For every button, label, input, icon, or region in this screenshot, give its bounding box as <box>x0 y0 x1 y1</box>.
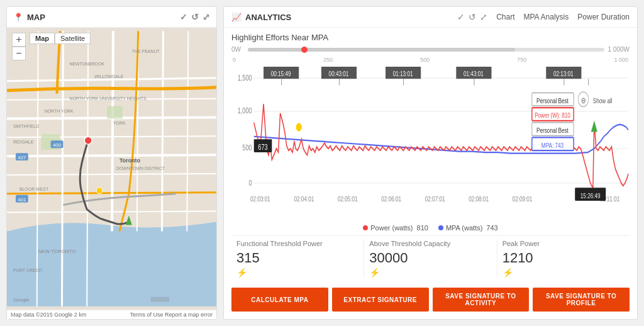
svg-text:1,500: 1,500 <box>238 74 252 82</box>
metric-peak-value: 1210 <box>502 250 625 266</box>
analytics-title-group: 📈 ANALYTICS <box>231 13 291 22</box>
legend-power: Power (watts) 810 <box>363 224 428 232</box>
map-zoom-controls: + − <box>12 33 26 60</box>
tab-chart[interactable]: Chart <box>496 13 514 21</box>
save-signature-activity-button[interactable]: SAVE SIGNATURE TO ACTIVITY <box>433 288 530 312</box>
svg-text:REXDALE: REXDALE <box>13 140 34 144</box>
legend-mpa-label: MPA (watts) <box>446 224 482 232</box>
metric-atc-edit[interactable]: ⚡ <box>369 267 491 278</box>
svg-text:02:05:01: 02:05:01 <box>338 195 358 203</box>
svg-point-37 <box>84 137 92 144</box>
analytics-panel: 📈 ANALYTICS ✓ ↺ ⤢ Chart MPA Analysis Pow… <box>223 6 638 320</box>
analytics-nav: ✓ ↺ ⤢ Chart MPA Analysis Power Duration <box>457 12 630 22</box>
time-label-0: 0 <box>233 57 236 63</box>
svg-text:Google: Google <box>13 297 30 303</box>
analytics-header: 📈 ANALYTICS ✓ ↺ ⤢ Chart MPA Analysis Pow… <box>224 7 637 28</box>
svg-point-39 <box>96 188 103 194</box>
save-signature-profile-button[interactable]: SAVE SIGNATURE TO PROFILE <box>533 288 630 312</box>
metric-atc: Above Threshold Capacity 30000 ⚡ <box>364 240 497 278</box>
svg-text:YORK: YORK <box>113 121 126 125</box>
metric-ftp-value: 315 <box>236 250 358 266</box>
svg-text:Show all: Show all <box>593 96 613 104</box>
map-header-icons: ✓ ↺ ⤢ <box>180 12 210 22</box>
svg-text:02:08:01: 02:08:01 <box>469 195 489 203</box>
svg-text:02:06:01: 02:06:01 <box>381 195 401 203</box>
metric-atc-value: 30000 <box>369 250 491 266</box>
chart-title: Highlight Efforts Near MPA <box>231 33 630 42</box>
time-label-250: 250 <box>323 57 333 63</box>
chart-area[interactable]: 1,500 1,000 500 0 00:15:49 00:43:01 01:1… <box>231 67 630 220</box>
action-buttons-row: CALCULATE MPA EXTRACT SIGNATURE SAVE SIG… <box>231 285 630 314</box>
svg-text:01:13:01: 01:13:01 <box>393 69 413 77</box>
legend-mpa: MPA (watts) 743 <box>438 224 498 232</box>
map-pin-icon: 📍 <box>13 13 23 22</box>
svg-text:500: 500 <box>242 143 252 152</box>
svg-text:00:43:01: 00:43:01 <box>329 69 349 77</box>
svg-text:SMITHFIELD: SMITHFIELD <box>13 124 39 128</box>
svg-text:PORT CREDIT: PORT CREDIT <box>13 268 43 273</box>
map-type-satellite-button[interactable]: Satellite <box>55 33 91 44</box>
svg-text:673: 673 <box>258 142 267 151</box>
svg-line-14 <box>162 31 164 231</box>
slider-left-label: 0W <box>231 46 244 53</box>
map-terms[interactable]: Terms of Use Report a map error <box>130 312 213 318</box>
time-label-750: 750 <box>517 57 526 63</box>
map-container[interactable]: NEWTONBROOK THE PEANUT WILLOWDALE NORTH … <box>7 28 216 310</box>
metric-ftp-edit[interactable]: ⚡ <box>236 267 358 278</box>
time-label-1000: 1 000 <box>614 57 628 63</box>
svg-text:Personal Best: Personal Best <box>536 126 569 135</box>
analytics-body: Highlight Efforts Near MPA 0W 1 000W 0 2… <box>224 28 637 319</box>
slider-right-label: 1 000W <box>608 46 630 53</box>
tab-power-duration[interactable]: Power Duration <box>577 13 630 21</box>
metric-peak-label: Peak Power <box>502 240 625 247</box>
svg-text:NORTH YORK UNIVERSITY HEIGHTS: NORTH YORK UNIVERSITY HEIGHTS <box>69 96 147 101</box>
metric-peak: Peak Power 1210 ⚡ <box>497 240 630 278</box>
svg-rect-41 <box>151 297 170 302</box>
map-refresh-icon[interactable]: ↺ <box>191 12 199 22</box>
map-expand-icon[interactable]: ⤢ <box>203 12 210 22</box>
analytics-check-icon[interactable]: ✓ <box>457 12 465 22</box>
svg-text:NORTH YORK: NORTH YORK <box>45 109 74 113</box>
extract-signature-button[interactable]: EXTRACT SIGNATURE <box>332 288 429 312</box>
legend-power-dot <box>363 225 368 230</box>
svg-text:427: 427 <box>18 155 26 160</box>
analytics-refresh-icon[interactable]: ↺ <box>469 12 476 22</box>
map-type-buttons: Map Satellite <box>30 33 91 44</box>
svg-line-10 <box>62 31 63 306</box>
metric-peak-edit[interactable]: ⚡ <box>502 267 625 278</box>
time-scale-labels: 0 250 500 750 1 000 <box>231 57 630 63</box>
time-label-500: 500 <box>420 57 430 63</box>
legend-mpa-dot <box>438 225 443 230</box>
map-title-group: 📍 MAP <box>13 13 45 22</box>
tab-mpa-analysis[interactable]: MPA Analysis <box>523 13 569 21</box>
metric-atc-label: Above Threshold Capacity <box>369 240 491 247</box>
svg-text:02:09:01: 02:09:01 <box>513 195 533 203</box>
slider-thumb[interactable] <box>301 47 308 53</box>
zoom-out-button[interactable]: − <box>12 47 26 60</box>
svg-text:BLOOR WEST: BLOOR WEST <box>19 187 49 191</box>
svg-text:02:07:01: 02:07:01 <box>425 195 445 203</box>
svg-text:02:03:01: 02:03:01 <box>250 195 270 203</box>
svg-text:Power (W): 810: Power (W): 810 <box>535 111 570 120</box>
power-slider[interactable] <box>248 48 604 52</box>
analytics-expand-icon[interactable]: ⤢ <box>480 12 487 22</box>
metrics-row: Functional Threshold Power 315 ⚡ Above T… <box>231 235 630 281</box>
legend-power-value: 810 <box>417 224 428 232</box>
svg-text:NEWTONBROOK: NEWTONBROOK <box>69 62 104 66</box>
map-data-credit: Map data ©2015 Google 2 km <box>11 312 86 318</box>
zoom-in-button[interactable]: + <box>12 33 26 47</box>
slider-row: 0W 1 000W <box>231 46 630 53</box>
metric-ftp-label: Functional Threshold Power <box>236 240 358 247</box>
map-type-map-button[interactable]: Map <box>30 33 55 44</box>
svg-text:MPA: 743: MPA: 743 <box>541 141 564 149</box>
map-title: MAP <box>27 13 45 22</box>
metric-ftp: Functional Threshold Power 315 ⚡ <box>231 240 364 278</box>
svg-text:WILLOWDALE: WILLOWDALE <box>94 74 124 79</box>
svg-point-67 <box>296 123 301 131</box>
svg-text:THE PEANUT: THE PEANUT <box>132 49 160 53</box>
analytics-header-icons: ✓ ↺ ⤢ <box>457 12 487 22</box>
svg-text:15:26:49: 15:26:49 <box>580 191 601 200</box>
calculate-mpa-button[interactable]: CALCULATE MPA <box>231 288 328 312</box>
map-check-icon[interactable]: ✓ <box>180 12 187 22</box>
svg-line-12 <box>112 31 113 231</box>
